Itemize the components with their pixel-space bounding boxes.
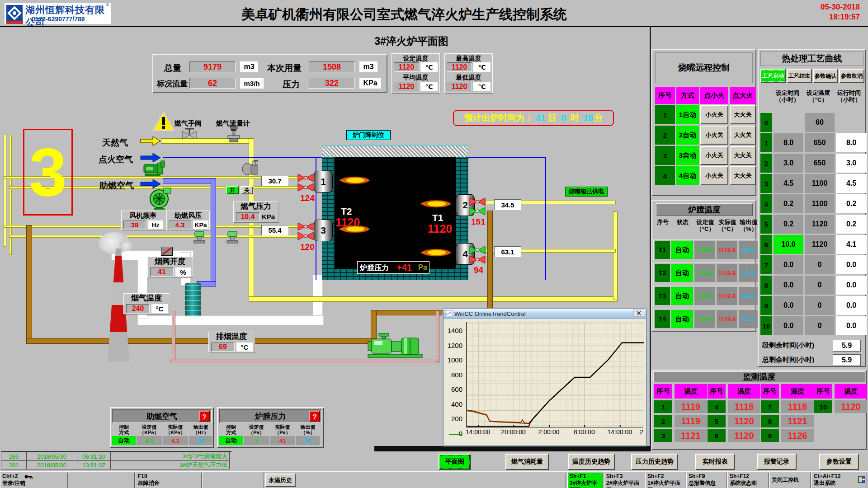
temp-history-trend-button[interactable]: 温度历史趋势 [568, 454, 615, 470]
pressure-history-trend-button[interactable]: 压力历史趋势 [631, 454, 678, 470]
logo-red-mark [6, 21, 23, 24]
burner-mode-cell[interactable]: 2自动 [676, 126, 699, 145]
close-icon[interactable] [633, 310, 644, 319]
trend-ylabels: 0200400600800100012001400 [443, 322, 465, 427]
burner-mode-cell[interactable]: 3自动 [676, 146, 699, 165]
chamber-status-cell[interactable]: 自动 [671, 287, 693, 305]
curve-index-cell: 3 [760, 174, 772, 193]
curve-row: 50.211200.2 [760, 215, 865, 234]
damper-icon [161, 247, 173, 256]
big-fire-button[interactable]: 大火关 [730, 105, 756, 124]
big-fire-button[interactable]: 大火关 [730, 166, 756, 185]
curve-set-time-cell[interactable]: 0.2 [774, 215, 803, 234]
curve-set-temp-cell[interactable]: 1120 [805, 235, 835, 254]
chamber-temp-title: 炉膛温度 [656, 203, 753, 216]
help-button[interactable]: ? [309, 411, 320, 422]
gas-valve-icon[interactable] [297, 174, 314, 182]
taskbar-furnace2-plan[interactable]: Sh+F32#淬火炉平面图 [604, 473, 644, 488]
blower-on-button[interactable]: 开 [226, 186, 239, 194]
gas-valve-icon[interactable] [469, 255, 486, 264]
small-fire-button[interactable]: 小火关 [700, 166, 728, 185]
taskbar-furnace1-plan[interactable]: Sh+F21#淬火炉平面图 [645, 473, 685, 488]
chamber-col-header: 状态 [672, 219, 693, 232]
burner-mode-cell[interactable]: 4自动 [676, 166, 699, 185]
realtime-report-button[interactable]: 实时报表 [695, 454, 735, 470]
alarm-message: 3#炉3号烧嘴熄火 [110, 452, 230, 461]
curve-set-temp-cell[interactable]: 1100 [805, 174, 835, 193]
eta-hour-unit: 时 [571, 112, 579, 124]
header-line: 实际值 [270, 424, 295, 430]
trend-titlebar[interactable]: WinCC OnlineTrendControl [443, 309, 646, 319]
param-settings-button[interactable]: 参数设置 [819, 454, 859, 470]
burner-flame [338, 224, 371, 234]
control-mode-cell[interactable]: 自动 [112, 436, 136, 445]
set-temp-label: 设定温度 [392, 55, 439, 63]
alarm-list: 2652018/05/3006:31:103#炉3号烧嘴熄火2812018/05… [1, 451, 231, 469]
big-fire-button[interactable]: 大火关 [730, 126, 756, 145]
monitor-temp-cell: 1120 [728, 429, 760, 442]
gas-valve-icon[interactable] [297, 232, 314, 240]
curve-set-time-cell[interactable]: 10.0 [774, 235, 803, 254]
curve-set-time-cell[interactable]: 0.0 [774, 316, 803, 335]
chamber-status-cell[interactable]: 自动 [671, 310, 693, 328]
gas-valve-icon[interactable] [469, 246, 486, 254]
process-end-button[interactable]: 工艺结束 [787, 69, 812, 83]
gas-consumption-button[interactable]: 燃气消耗量 [505, 454, 549, 470]
curve-set-temp-cell[interactable]: 1120 [805, 215, 835, 234]
chamber-status-cell[interactable]: 自动 [671, 264, 693, 282]
taskbar-login-logout[interactable]: Ctrl+Z登录/注销 [0, 473, 68, 488]
small-fire-button[interactable]: 小火关 [700, 105, 728, 124]
taskbar-furnace3-plan[interactable]: Sh+F13#淬火炉平面图 [567, 473, 603, 488]
curve-set-time-cell[interactable]: 3.0 [774, 154, 803, 173]
plan-view-button[interactable]: 平面图 [439, 454, 471, 470]
header-line: 方式 [112, 430, 136, 435]
curve-set-temp-cell[interactable]: 1100 [805, 194, 835, 213]
alarm-row[interactable]: 2812018/05/3013:51:373#炉天然气压力低 [1, 460, 231, 469]
monitor-temp-cell: 1119 [675, 400, 707, 413]
taskbar-total-alarm-info[interactable]: Sh+F9总报警信息 [686, 473, 726, 488]
curve-set-temp-cell[interactable]: 0 [805, 276, 835, 295]
monitor-temp-header: 温度 [675, 384, 707, 399]
alarm-row[interactable]: 2652018/05/3006:31:103#炉3号烧嘴熄火 [1, 452, 231, 460]
curve-set-temp-cell[interactable]: 650 [805, 133, 835, 152]
param-confirm-button[interactable]: 参数确认 [813, 69, 838, 83]
curve-set-time-cell[interactable]: 4.5 [774, 174, 803, 193]
blower-off-button[interactable]: 关 [241, 186, 253, 194]
curve-set-temp-cell[interactable]: 0 [805, 296, 835, 315]
control-mode-cell[interactable]: 自动 [219, 436, 243, 445]
curve-set-temp-cell[interactable]: 60 [805, 113, 835, 132]
taskbar-exit-system[interactable]: Ct+Al+F12退出系统 [811, 473, 867, 488]
taskbar-system-status[interactable]: Sh+F12系统状态图 [727, 473, 769, 488]
curve-set-time-cell[interactable]: 0.2 [774, 194, 803, 213]
curve-run-time-cell: 4.5 [836, 174, 867, 193]
gas-valve-icon[interactable] [469, 207, 486, 216]
water-history-button[interactable]: 水温历史 [265, 474, 296, 487]
help-button[interactable]: ? [199, 411, 210, 422]
curve-set-time-cell[interactable]: 0.0 [774, 255, 803, 274]
curve-set-temp-cell[interactable]: 650 [805, 154, 835, 173]
param-cancel-button[interactable]: 参数取消 [839, 69, 864, 83]
curve-set-time-cell[interactable]: 0.0 [774, 276, 803, 295]
chamber-status-cell[interactable]: 自动 [671, 241, 693, 259]
curve-set-temp-cell[interactable]: 0 [805, 316, 835, 335]
taskbar-fault-mute[interactable]: F10故障消音 [136, 473, 202, 488]
big-fire-button[interactable]: 大火关 [730, 146, 756, 165]
burner-mode-cell[interactable]: 1自动 [676, 105, 699, 124]
small-fire-button[interactable]: 小火关 [700, 126, 728, 145]
curve-header: 设定时间（小时）设定温度（°C）运行时间（小时） [772, 89, 864, 103]
curve-set-temp-cell[interactable]: 0 [805, 255, 835, 274]
gas-valve-icon[interactable] [297, 183, 314, 192]
chamber-temp-row: T2自动1120.01119.934.3 [653, 263, 756, 283]
process-start-button[interactable]: 工艺启动 [760, 69, 786, 83]
small-fire-button[interactable]: 小火关 [700, 146, 728, 165]
monitor-header-row: 序号温度 [814, 384, 867, 399]
alarm-record-button[interactable]: 报警记录 [757, 454, 797, 470]
curve-set-time-cell[interactable]: 8.0 [774, 133, 803, 152]
gas-valve-icon[interactable] [469, 197, 486, 206]
gas-valve-icon[interactable] [297, 222, 314, 231]
chamber-set-cell: 1120.0 [694, 241, 715, 259]
eta-hour: 0 [561, 113, 566, 123]
taskbar-cell-label: 登录/注销 [2, 480, 66, 487]
taskbar-shutdown-ipc[interactable]: 关闭工控机 [769, 473, 811, 488]
curve-set-time-cell[interactable]: 0.0 [774, 296, 803, 315]
